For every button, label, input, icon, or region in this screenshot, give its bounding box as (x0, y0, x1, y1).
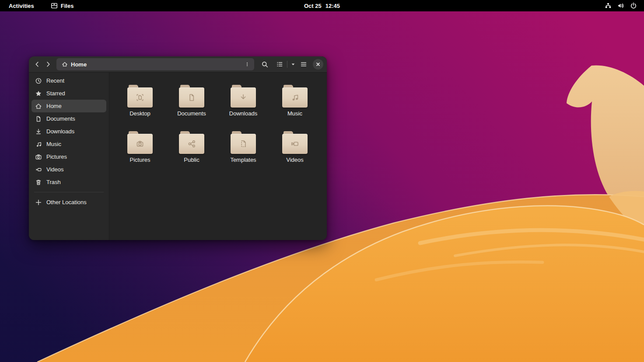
download-icon (35, 128, 42, 135)
folder-icon (231, 131, 256, 154)
file-grid: Desktop Documents Download (109, 73, 327, 240)
folder-icon (282, 131, 308, 154)
sidebar-item-documents[interactable]: Documents (32, 112, 106, 125)
pictures-emblem-icon (134, 138, 146, 150)
folder-icon (231, 85, 256, 108)
sidebar-item-trash[interactable]: Trash (32, 176, 106, 188)
sidebar-item-label: Pictures (46, 153, 67, 160)
sidebar-item-label: Starred (46, 90, 65, 97)
sidebar-item-label: Recent (46, 77, 64, 84)
videos-emblem-icon (289, 138, 301, 150)
list-view-toggle-button[interactable] (273, 58, 298, 70)
folder-icon (179, 131, 204, 154)
templates-emblem-icon (238, 138, 249, 150)
files-app-label: Files (61, 3, 74, 9)
clock-button[interactable]: Oct 25 12:45 (301, 2, 343, 10)
documents-emblem-icon (186, 92, 197, 103)
star-icon (35, 90, 42, 97)
search-icon (261, 61, 269, 68)
sidebar-item-pictures[interactable]: Pictures (32, 150, 106, 163)
folder-item-videos[interactable]: Videos (270, 130, 319, 177)
home-icon (35, 103, 42, 110)
sidebar-item-videos[interactable]: Videos (32, 163, 106, 176)
sidebar-item-label: Home (46, 103, 62, 109)
folder-item-public[interactable]: Public (167, 130, 216, 177)
folder-label: Music (287, 111, 302, 116)
chevron-right-icon (45, 61, 52, 68)
list-view-half[interactable] (273, 58, 286, 70)
sidebar: Recent Starred Home Documents (29, 73, 109, 240)
files-window: Home (29, 56, 327, 240)
sidebar-item-other-locations[interactable]: Other Locations (32, 196, 106, 209)
camera-icon (35, 153, 42, 160)
folder-label: Downloads (229, 111, 257, 116)
top-bar: Activities Files Oct 25 12:45 (0, 0, 644, 11)
folder-label: Videos (286, 157, 304, 163)
back-button[interactable] (32, 58, 42, 70)
sidebar-item-label: Documents (46, 115, 75, 122)
recent-icon (35, 77, 42, 84)
list-view-icon (276, 61, 283, 68)
folder-label: Templates (230, 157, 256, 163)
sidebar-item-label: Other Locations (46, 199, 87, 205)
music-icon (35, 141, 42, 148)
document-icon (35, 115, 42, 122)
share-emblem-icon (186, 138, 197, 150)
folder-label: Desktop (130, 111, 150, 116)
sidebar-item-label: Videos (46, 166, 64, 173)
view-options-half[interactable] (289, 58, 298, 70)
files-app-icon (51, 2, 58, 9)
kebab-menu-icon (245, 61, 250, 68)
sidebar-separator (34, 192, 104, 192)
folder-item-templates[interactable]: Templates (219, 130, 268, 177)
desktop-emblem-icon (134, 92, 146, 103)
folder-item-desktop[interactable]: Desktop (116, 84, 164, 130)
home-icon (62, 61, 68, 67)
clock-time: 12:45 (326, 3, 340, 9)
folder-item-music[interactable]: Music (270, 84, 319, 130)
sidebar-item-music[interactable]: Music (32, 138, 106, 150)
plus-icon (35, 199, 42, 206)
main-menu-button[interactable] (299, 58, 309, 70)
trash-icon (35, 179, 42, 186)
power-icon (630, 2, 637, 9)
folder-icon (179, 85, 204, 108)
clock-date: Oct 25 (304, 3, 322, 9)
folder-item-downloads[interactable]: Downloads (219, 84, 268, 130)
downloads-emblem-icon (238, 92, 249, 103)
music-emblem-icon (289, 92, 301, 103)
video-icon (35, 166, 42, 173)
volume-icon (617, 2, 624, 9)
folder-icon (127, 85, 153, 108)
sidebar-item-downloads[interactable]: Downloads (32, 125, 106, 138)
folder-label: Documents (177, 111, 206, 116)
path-bar[interactable]: Home (56, 58, 254, 70)
sidebar-item-starred[interactable]: Starred (32, 87, 106, 100)
activities-button[interactable]: Activities (6, 2, 37, 10)
files-app-menu-button[interactable]: Files (48, 1, 77, 10)
path-menu-button[interactable] (242, 59, 252, 70)
close-window-button[interactable] (313, 59, 323, 70)
current-location-label: Home (71, 61, 87, 68)
network-icon (605, 2, 612, 9)
split-button-divider (287, 61, 287, 68)
sidebar-item-label: Trash (46, 179, 61, 185)
folder-label: Pictures (130, 157, 150, 163)
sidebar-item-recent[interactable]: Recent (32, 74, 106, 87)
hamburger-menu-icon (300, 61, 307, 68)
window-body: Recent Starred Home Documents (29, 73, 327, 240)
forward-button[interactable] (44, 58, 53, 70)
folder-icon (127, 131, 153, 154)
chevron-left-icon (34, 61, 41, 68)
folder-item-documents[interactable]: Documents (167, 84, 216, 130)
sidebar-item-label: Music (46, 141, 61, 147)
sidebar-item-label: Downloads (46, 128, 74, 135)
folder-item-pictures[interactable]: Pictures (116, 130, 164, 177)
chevron-down-icon (290, 61, 296, 67)
sidebar-item-home[interactable]: Home (32, 100, 106, 112)
headerbar: Home (29, 56, 327, 73)
search-button[interactable] (260, 58, 270, 70)
system-status-area[interactable] (601, 0, 640, 11)
folder-icon (282, 85, 308, 108)
close-icon (315, 62, 321, 67)
